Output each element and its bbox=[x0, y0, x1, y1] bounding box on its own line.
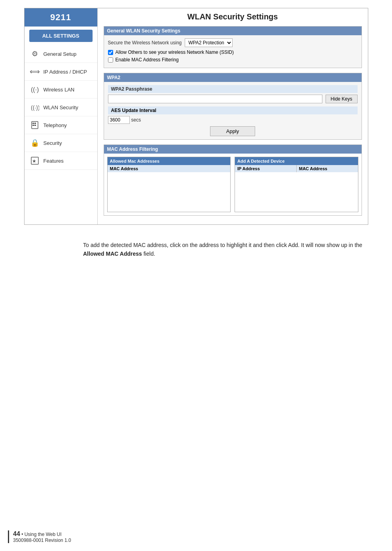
features-icon: ★ bbox=[29, 155, 40, 166]
wlan-security-icon: ((·)) bbox=[29, 102, 40, 113]
wpa2-section-header: WPA2 bbox=[104, 73, 362, 82]
screenshot-area: 9211 ALL SETTINGS ⚙ General Setup ⟺ IP A… bbox=[24, 8, 368, 225]
main-content: WLAN Security Settings General WLAN Secu… bbox=[98, 8, 368, 224]
detected-col-headers: IP Address MAC Address bbox=[235, 165, 358, 172]
svg-rect-3 bbox=[32, 123, 34, 124]
body-text-area: To add the detected MAC address, click o… bbox=[0, 233, 392, 266]
allowed-mac-header: Allowed Mac Addresses bbox=[108, 157, 231, 165]
aes-input[interactable] bbox=[108, 116, 130, 124]
general-wlan-section: General WLAN Security Settings Secure th… bbox=[104, 26, 362, 68]
allowed-mac-col-headers: MAC Address bbox=[108, 165, 231, 172]
detected-device-table: Add A Detected Device IP Address MAC Add… bbox=[235, 157, 358, 212]
mac-tables: Allowed Mac Addresses MAC Address Add A … bbox=[104, 154, 362, 215]
security-type-select[interactable]: WPA2 Protection bbox=[185, 38, 233, 47]
allowed-mac-table: Allowed Mac Addresses MAC Address bbox=[107, 157, 231, 212]
allowed-mac-col: MAC Address bbox=[108, 165, 231, 172]
svg-rect-4 bbox=[34, 123, 36, 124]
wpa2-passphrase-label: WPA2 Passphrase bbox=[108, 85, 358, 93]
mac-section-header: MAC Address Filtering bbox=[104, 145, 362, 154]
enable-mac-checkbox[interactable] bbox=[108, 57, 113, 63]
instruction-text-1: To add the detected MAC address, click o… bbox=[83, 242, 362, 248]
sidebar-item-telephony[interactable]: Telephony bbox=[25, 116, 97, 134]
page-wrapper: 9211 ALL SETTINGS ⚙ General Setup ⟺ IP A… bbox=[0, 0, 392, 551]
svg-rect-6 bbox=[34, 125, 36, 126]
sidebar-item-label: Security bbox=[44, 140, 62, 146]
footer: 44 • Using the Web UI 3500988-0001 Revis… bbox=[8, 530, 71, 543]
mac-address-col: MAC Address bbox=[297, 165, 358, 172]
sidebar: 9211 ALL SETTINGS ⚙ General Setup ⟺ IP A… bbox=[25, 8, 98, 224]
sidebar-item-label: IP Address / DHCP bbox=[44, 69, 87, 75]
sidebar-item-label: Features bbox=[44, 158, 64, 164]
detected-device-header: Add A Detected Device bbox=[235, 157, 358, 165]
wpa2-body: WPA2 Passphrase Hide Keys AES Update Int… bbox=[104, 82, 362, 139]
apply-button[interactable]: Apply bbox=[210, 126, 256, 136]
detected-mac-body bbox=[235, 172, 358, 212]
hide-keys-button[interactable]: Hide Keys bbox=[326, 95, 358, 103]
page-title: WLAN Security Settings bbox=[104, 12, 362, 21]
secure-network-row: Secure the Wireless Network using WPA2 P… bbox=[108, 38, 358, 47]
footer-line2: 3500988-0001 Revision 1.0 bbox=[13, 538, 71, 543]
footer-page-number: 44 bbox=[13, 530, 20, 537]
secure-label: Secure the Wireless Network using bbox=[108, 40, 182, 46]
network-icon: ⟺ bbox=[29, 66, 40, 77]
allow-ssid-label: Allow Others to see your wireless Networ… bbox=[116, 49, 234, 55]
general-wlan-body: Secure the Wireless Network using WPA2 P… bbox=[104, 35, 362, 68]
gear-icon: ⚙ bbox=[29, 48, 40, 59]
sidebar-item-wireless-lan[interactable]: ((·)) Wireless LAN bbox=[25, 81, 97, 99]
instruction-paragraph: To add the detected MAC address, click o… bbox=[83, 241, 380, 258]
sidebar-item-security[interactable]: 🔒 Security bbox=[25, 134, 97, 152]
aes-label: AES Update Interval bbox=[108, 106, 358, 114]
svg-text:((·)): ((·)) bbox=[31, 104, 39, 111]
enable-mac-label: Enable MAC Address Filtering bbox=[116, 57, 179, 63]
ip-address-col: IP Address bbox=[235, 165, 297, 172]
aes-row: secs bbox=[108, 116, 358, 124]
sidebar-item-label: WLAN Security bbox=[44, 104, 78, 110]
all-settings-button[interactable]: ALL SETTINGS bbox=[29, 30, 93, 42]
general-wlan-header: General WLAN Security Settings bbox=[104, 27, 362, 35]
sidebar-item-label: Wireless LAN bbox=[44, 87, 75, 93]
wpa2-section: WPA2 WPA2 Passphrase Hide Keys AES Updat… bbox=[104, 73, 362, 140]
svg-text:★: ★ bbox=[32, 158, 36, 164]
instruction-bold: Allowed MAC Address bbox=[83, 251, 142, 257]
instruction-text-2: field. bbox=[144, 251, 155, 257]
allow-ssid-checkbox[interactable] bbox=[108, 50, 113, 55]
secs-label: secs bbox=[131, 117, 141, 123]
passphrase-row: Hide Keys bbox=[108, 95, 358, 103]
sidebar-item-label: Telephony bbox=[44, 122, 67, 128]
allow-ssid-row: Allow Others to see your wireless Networ… bbox=[108, 49, 358, 55]
svg-rect-5 bbox=[32, 125, 34, 126]
sidebar-item-features[interactable]: ★ Features bbox=[25, 152, 97, 170]
sidebar-item-ip-address[interactable]: ⟺ IP Address / DHCP bbox=[25, 63, 97, 81]
mac-section: MAC Address Filtering Allowed Mac Addres… bbox=[104, 144, 362, 216]
lock-icon: 🔒 bbox=[29, 137, 40, 148]
sidebar-item-wlan-security[interactable]: ((·)) WLAN Security bbox=[25, 99, 97, 116]
device-number: 9211 bbox=[25, 8, 97, 27]
telephony-icon bbox=[29, 120, 40, 131]
wireless-icon: ((·)) bbox=[29, 84, 40, 95]
sidebar-item-general-setup[interactable]: ⚙ General Setup bbox=[25, 45, 97, 63]
svg-text:((·)): ((·)) bbox=[31, 86, 39, 93]
allowed-mac-body bbox=[108, 172, 231, 212]
enable-mac-row: Enable MAC Address Filtering bbox=[108, 57, 358, 63]
apply-row: Apply bbox=[108, 126, 358, 136]
footer-line1: • Using the Web UI bbox=[21, 532, 61, 537]
sidebar-item-label: General Setup bbox=[44, 51, 77, 57]
passphrase-input[interactable] bbox=[108, 95, 322, 103]
